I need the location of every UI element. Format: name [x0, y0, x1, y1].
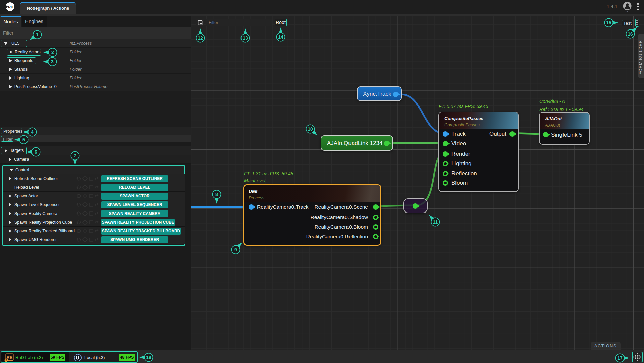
svg-text:a: a	[626, 10, 628, 13]
svg-text:RH: RH	[8, 5, 13, 9]
svg-text:5: 5	[5, 359, 7, 362]
